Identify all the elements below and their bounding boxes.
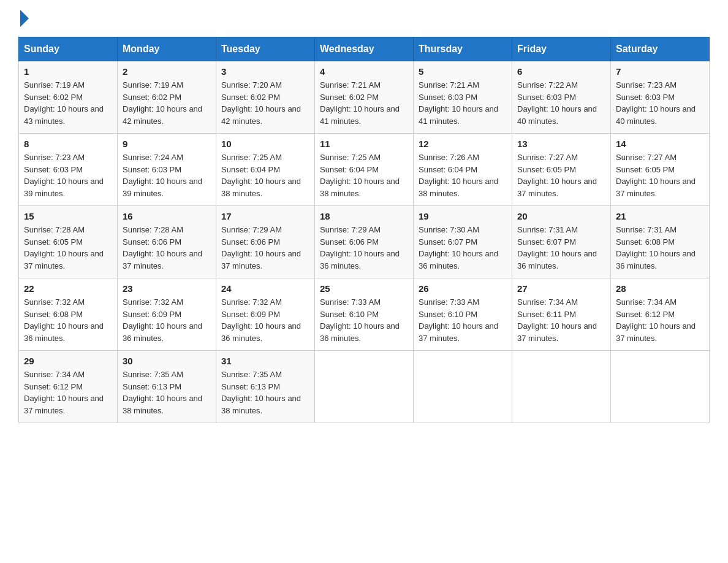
calendar-cell: 22Sunrise: 7:32 AMSunset: 6:08 PMDayligh… — [19, 278, 118, 351]
day-number: 12 — [419, 139, 507, 149]
calendar-cell: 8Sunrise: 7:23 AMSunset: 6:03 PMDaylight… — [19, 134, 118, 206]
calendar-week-row: 22Sunrise: 7:32 AMSunset: 6:08 PMDayligh… — [19, 278, 710, 351]
calendar-cell — [315, 351, 414, 423]
calendar-cell: 24Sunrise: 7:32 AMSunset: 6:09 PMDayligh… — [216, 278, 315, 351]
weekday-header-tuesday: Tuesday — [216, 37, 315, 61]
calendar-cell: 9Sunrise: 7:24 AMSunset: 6:03 PMDaylight… — [118, 134, 216, 206]
day-number: 20 — [517, 211, 605, 221]
calendar-cell: 7Sunrise: 7:23 AMSunset: 6:03 PMDaylight… — [611, 61, 710, 134]
day-number: 2 — [123, 66, 211, 77]
calendar-week-row: 29Sunrise: 7:34 AMSunset: 6:12 PMDayligh… — [19, 351, 710, 423]
calendar-cell: 26Sunrise: 7:33 AMSunset: 6:10 PMDayligh… — [414, 278, 512, 351]
day-number: 1 — [24, 66, 112, 77]
day-info: Sunrise: 7:33 AMSunset: 6:10 PMDaylight:… — [419, 296, 507, 344]
day-info: Sunrise: 7:34 AMSunset: 6:12 PMDaylight:… — [24, 369, 112, 416]
day-number: 14 — [616, 139, 704, 149]
calendar-cell: 31Sunrise: 7:35 AMSunset: 6:13 PMDayligh… — [216, 351, 315, 423]
day-info: Sunrise: 7:20 AMSunset: 6:02 PMDaylight:… — [221, 79, 309, 127]
day-number: 3 — [221, 66, 309, 77]
calendar-cell — [611, 351, 710, 423]
day-number: 18 — [320, 211, 408, 221]
day-number: 7 — [616, 66, 704, 77]
weekday-header-thursday: Thursday — [414, 37, 512, 61]
day-number: 31 — [221, 356, 309, 366]
day-info: Sunrise: 7:19 AMSunset: 6:02 PMDaylight:… — [24, 79, 112, 127]
day-number: 27 — [517, 283, 605, 294]
day-info: Sunrise: 7:28 AMSunset: 6:05 PMDaylight:… — [24, 224, 112, 272]
day-number: 28 — [616, 283, 704, 294]
day-info: Sunrise: 7:35 AMSunset: 6:13 PMDaylight:… — [123, 369, 211, 416]
day-number: 4 — [320, 66, 408, 77]
day-info: Sunrise: 7:21 AMSunset: 6:03 PMDaylight:… — [419, 79, 507, 127]
weekday-header-sunday: Sunday — [19, 37, 118, 61]
weekday-header-monday: Monday — [118, 37, 216, 61]
day-info: Sunrise: 7:29 AMSunset: 6:06 PMDaylight:… — [320, 224, 408, 272]
calendar-table: SundayMondayTuesdayWednesdayThursdayFrid… — [18, 37, 710, 423]
day-info: Sunrise: 7:27 AMSunset: 6:05 PMDaylight:… — [616, 151, 704, 199]
calendar-cell: 17Sunrise: 7:29 AMSunset: 6:06 PMDayligh… — [216, 206, 315, 278]
day-number: 29 — [24, 356, 112, 366]
day-info: Sunrise: 7:34 AMSunset: 6:11 PMDaylight:… — [517, 296, 605, 344]
logo — [18, 12, 29, 25]
day-info: Sunrise: 7:31 AMSunset: 6:07 PMDaylight:… — [517, 224, 605, 272]
calendar-week-row: 8Sunrise: 7:23 AMSunset: 6:03 PMDaylight… — [19, 134, 710, 206]
calendar-cell: 21Sunrise: 7:31 AMSunset: 6:08 PMDayligh… — [611, 206, 710, 278]
calendar-week-row: 1Sunrise: 7:19 AMSunset: 6:02 PMDaylight… — [19, 61, 710, 134]
calendar-week-row: 15Sunrise: 7:28 AMSunset: 6:05 PMDayligh… — [19, 206, 710, 278]
calendar-cell — [512, 351, 611, 423]
day-info: Sunrise: 7:29 AMSunset: 6:06 PMDaylight:… — [221, 224, 309, 272]
day-number: 26 — [419, 283, 507, 294]
calendar-cell: 13Sunrise: 7:27 AMSunset: 6:05 PMDayligh… — [512, 134, 611, 206]
day-info: Sunrise: 7:34 AMSunset: 6:12 PMDaylight:… — [616, 296, 704, 344]
day-number: 15 — [24, 211, 112, 221]
calendar-cell: 12Sunrise: 7:26 AMSunset: 6:04 PMDayligh… — [414, 134, 512, 206]
calendar-cell: 6Sunrise: 7:22 AMSunset: 6:03 PMDaylight… — [512, 61, 611, 134]
day-info: Sunrise: 7:35 AMSunset: 6:13 PMDaylight:… — [221, 369, 309, 416]
page-header — [18, 12, 710, 25]
calendar-cell: 28Sunrise: 7:34 AMSunset: 6:12 PMDayligh… — [611, 278, 710, 351]
calendar-cell: 25Sunrise: 7:33 AMSunset: 6:10 PMDayligh… — [315, 278, 414, 351]
day-info: Sunrise: 7:19 AMSunset: 6:02 PMDaylight:… — [123, 79, 211, 127]
weekday-header-saturday: Saturday — [611, 37, 710, 61]
day-info: Sunrise: 7:25 AMSunset: 6:04 PMDaylight:… — [320, 151, 408, 199]
calendar-cell: 18Sunrise: 7:29 AMSunset: 6:06 PMDayligh… — [315, 206, 414, 278]
day-number: 21 — [616, 211, 704, 221]
day-number: 13 — [517, 139, 605, 149]
calendar-cell: 20Sunrise: 7:31 AMSunset: 6:07 PMDayligh… — [512, 206, 611, 278]
logo-triangle-icon — [20, 10, 29, 27]
day-number: 8 — [24, 139, 112, 149]
day-number: 10 — [221, 139, 309, 149]
day-number: 9 — [123, 139, 211, 149]
day-info: Sunrise: 7:24 AMSunset: 6:03 PMDaylight:… — [123, 151, 211, 199]
calendar-cell: 23Sunrise: 7:32 AMSunset: 6:09 PMDayligh… — [118, 278, 216, 351]
calendar-cell: 14Sunrise: 7:27 AMSunset: 6:05 PMDayligh… — [611, 134, 710, 206]
calendar-cell: 30Sunrise: 7:35 AMSunset: 6:13 PMDayligh… — [118, 351, 216, 423]
day-info: Sunrise: 7:32 AMSunset: 6:08 PMDaylight:… — [24, 296, 112, 344]
calendar-header: SundayMondayTuesdayWednesdayThursdayFrid… — [19, 37, 710, 61]
day-info: Sunrise: 7:33 AMSunset: 6:10 PMDaylight:… — [320, 296, 408, 344]
day-number: 16 — [123, 211, 211, 221]
day-number: 19 — [419, 211, 507, 221]
weekday-header-friday: Friday — [512, 37, 611, 61]
day-info: Sunrise: 7:32 AMSunset: 6:09 PMDaylight:… — [221, 296, 309, 344]
day-number: 24 — [221, 283, 309, 294]
day-info: Sunrise: 7:23 AMSunset: 6:03 PMDaylight:… — [616, 79, 704, 127]
day-info: Sunrise: 7:22 AMSunset: 6:03 PMDaylight:… — [517, 79, 605, 127]
calendar-cell: 11Sunrise: 7:25 AMSunset: 6:04 PMDayligh… — [315, 134, 414, 206]
calendar-cell: 27Sunrise: 7:34 AMSunset: 6:11 PMDayligh… — [512, 278, 611, 351]
day-info: Sunrise: 7:32 AMSunset: 6:09 PMDaylight:… — [123, 296, 211, 344]
day-number: 5 — [419, 66, 507, 77]
day-number: 6 — [517, 66, 605, 77]
weekday-header-wednesday: Wednesday — [315, 37, 414, 61]
day-info: Sunrise: 7:21 AMSunset: 6:02 PMDaylight:… — [320, 79, 408, 127]
calendar-cell: 19Sunrise: 7:30 AMSunset: 6:07 PMDayligh… — [414, 206, 512, 278]
calendar-cell: 2Sunrise: 7:19 AMSunset: 6:02 PMDaylight… — [118, 61, 216, 134]
day-info: Sunrise: 7:23 AMSunset: 6:03 PMDaylight:… — [24, 151, 112, 199]
calendar-cell: 5Sunrise: 7:21 AMSunset: 6:03 PMDaylight… — [414, 61, 512, 134]
calendar-cell: 29Sunrise: 7:34 AMSunset: 6:12 PMDayligh… — [19, 351, 118, 423]
calendar-cell — [414, 351, 512, 423]
calendar-cell: 15Sunrise: 7:28 AMSunset: 6:05 PMDayligh… — [19, 206, 118, 278]
day-number: 25 — [320, 283, 408, 294]
calendar-cell: 4Sunrise: 7:21 AMSunset: 6:02 PMDaylight… — [315, 61, 414, 134]
day-info: Sunrise: 7:31 AMSunset: 6:08 PMDaylight:… — [616, 224, 704, 272]
